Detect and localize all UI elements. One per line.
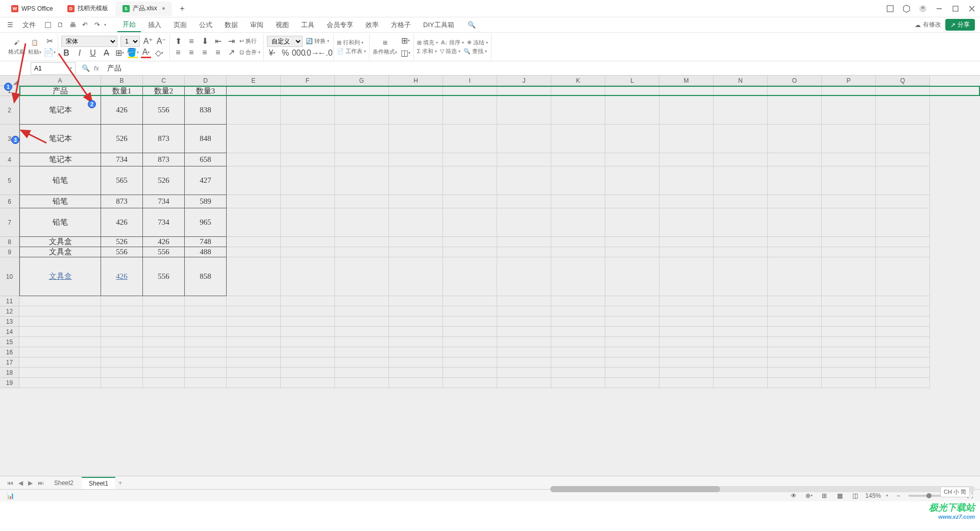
cell[interactable] xyxy=(876,125,930,153)
cell[interactable] xyxy=(876,195,930,208)
cell[interactable] xyxy=(281,378,335,388)
cell[interactable] xyxy=(335,247,389,257)
cell[interactable] xyxy=(281,195,335,208)
menu-efficiency[interactable]: 效率 xyxy=(360,18,384,32)
cell[interactable] xyxy=(876,337,930,347)
cell[interactable] xyxy=(143,337,185,347)
align-justify-icon[interactable]: ≡ xyxy=(213,47,223,58)
cell[interactable] xyxy=(876,237,930,247)
align-center-icon[interactable]: ≡ xyxy=(186,47,197,58)
rowcol-button[interactable]: ⊞行和列▾ xyxy=(337,39,363,46)
cell[interactable] xyxy=(497,237,551,247)
cell[interactable] xyxy=(605,327,659,337)
cell[interactable] xyxy=(876,347,930,357)
indent-decrease-icon[interactable]: ⇤ xyxy=(213,36,223,46)
cell[interactable] xyxy=(443,327,497,337)
horizontal-scrollbar[interactable] xyxy=(550,486,975,492)
cell[interactable] xyxy=(227,368,281,378)
cell[interactable] xyxy=(714,208,768,237)
cell[interactable] xyxy=(659,166,714,195)
align-left-icon[interactable]: ≡ xyxy=(173,47,183,58)
add-sheet-icon[interactable]: + xyxy=(116,479,124,487)
cell[interactable] xyxy=(605,247,659,257)
cell[interactable]: 838 xyxy=(185,96,227,125)
cell[interactable]: 734 xyxy=(143,208,185,237)
cell[interactable] xyxy=(605,357,659,368)
font-size-select[interactable]: 11 xyxy=(120,36,140,47)
wrap-button[interactable]: ↩换行 xyxy=(239,37,257,45)
cell[interactable] xyxy=(768,296,822,306)
cell[interactable] xyxy=(143,317,185,327)
cell[interactable] xyxy=(335,368,389,378)
font-color-icon[interactable]: A▾ xyxy=(141,48,151,58)
cell[interactable] xyxy=(101,317,143,327)
hamburger-icon[interactable]: ☰ xyxy=(5,20,15,30)
cell[interactable] xyxy=(143,378,185,388)
increase-font-icon[interactable]: A⁺ xyxy=(143,36,153,46)
cell[interactable]: 526 xyxy=(101,125,143,153)
cell[interactable] xyxy=(714,247,768,257)
cell[interactable] xyxy=(714,327,768,337)
cell[interactable] xyxy=(714,296,768,306)
cell[interactable] xyxy=(822,357,876,368)
cell[interactable] xyxy=(389,296,443,306)
menu-tools[interactable]: 工具 xyxy=(296,18,320,32)
cell[interactable] xyxy=(143,347,185,357)
cell[interactable] xyxy=(659,378,714,388)
cell[interactable] xyxy=(335,166,389,195)
cell[interactable] xyxy=(185,337,227,347)
cell[interactable] xyxy=(443,195,497,208)
cell[interactable] xyxy=(443,337,497,347)
cell[interactable] xyxy=(659,247,714,257)
cell[interactable] xyxy=(551,337,605,347)
cell[interactable]: 笔记本 xyxy=(19,153,101,166)
cell[interactable] xyxy=(443,378,497,388)
cell[interactable] xyxy=(551,327,605,337)
cell[interactable] xyxy=(822,153,876,166)
cell[interactable] xyxy=(143,368,185,378)
cell[interactable] xyxy=(659,96,714,125)
cell[interactable] xyxy=(822,237,876,247)
cell[interactable] xyxy=(389,208,443,237)
cell[interactable] xyxy=(185,347,227,357)
cell[interactable]: 文具盒 xyxy=(19,237,101,247)
align-top-icon[interactable]: ⬆ xyxy=(173,36,183,46)
cell[interactable] xyxy=(335,317,389,327)
cell[interactable] xyxy=(497,125,551,153)
column-header[interactable]: J xyxy=(497,76,551,86)
menu-data[interactable]: 数据 xyxy=(219,18,243,32)
cell[interactable] xyxy=(876,86,930,96)
cell[interactable] xyxy=(551,347,605,357)
cell[interactable] xyxy=(551,208,605,237)
cut-icon[interactable]: ✂ xyxy=(44,36,55,46)
cell[interactable] xyxy=(335,96,389,125)
cell[interactable] xyxy=(227,208,281,237)
file-menu[interactable]: 文件 xyxy=(17,18,41,32)
cell[interactable] xyxy=(443,306,497,317)
row-header[interactable]: 17 xyxy=(0,357,19,368)
cell[interactable] xyxy=(281,368,335,378)
cell[interactable] xyxy=(551,153,605,166)
cell[interactable] xyxy=(389,327,443,337)
cell[interactable] xyxy=(185,317,227,327)
cell[interactable] xyxy=(822,247,876,257)
undo-icon[interactable]: ↶ xyxy=(80,20,90,30)
cell[interactable] xyxy=(497,378,551,388)
row-header[interactable]: 19 xyxy=(0,378,19,388)
zoom-level[interactable]: 145% xyxy=(865,492,881,499)
cell[interactable] xyxy=(822,306,876,317)
cell[interactable]: 748 xyxy=(185,237,227,247)
cell[interactable] xyxy=(714,153,768,166)
view-break-icon[interactable]: ◫ xyxy=(850,491,860,501)
cell[interactable] xyxy=(335,195,389,208)
cell[interactable] xyxy=(281,357,335,368)
cell[interactable] xyxy=(185,368,227,378)
cell[interactable] xyxy=(768,368,822,378)
cell[interactable] xyxy=(876,166,930,195)
close-icon[interactable] xyxy=(968,5,976,13)
save-icon[interactable] xyxy=(43,20,53,30)
cell[interactable] xyxy=(497,327,551,337)
freeze-button[interactable]: ❄冻结▾ xyxy=(467,39,488,46)
cell[interactable] xyxy=(605,368,659,378)
cell[interactable] xyxy=(335,208,389,237)
